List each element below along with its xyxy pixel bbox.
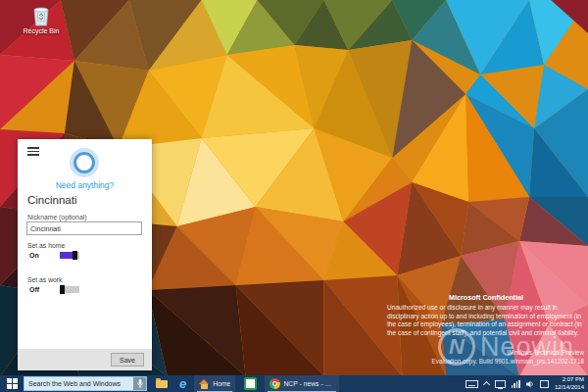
home-toggle[interactable] [60, 252, 79, 259]
work-toggle[interactable] [60, 286, 79, 293]
recycle-bin-shortcut[interactable]: Recycle Bin [14, 5, 69, 34]
confidential-title: Microsoft Confidential [387, 293, 585, 302]
recycle-bin-label: Recycle Bin [14, 27, 69, 34]
show-hidden-icons-icon[interactable] [483, 381, 490, 388]
assistant-panel: Need anything? Cincinnati Nickname (opti… [18, 139, 152, 370]
volume-icon[interactable] [526, 380, 534, 388]
panel-footer: Save [18, 349, 152, 370]
browser-window-label: NCP - news - drafts ... [283, 380, 334, 387]
build-watermark: Windows Technical Preview Evaluation cop… [432, 349, 585, 366]
toggle-fill [60, 252, 74, 259]
green-app-icon[interactable] [235, 375, 257, 392]
recycle-bin-icon [31, 5, 51, 26]
chrome-icon [270, 378, 280, 389]
taskbar: e Home NCP - news - drafts ... 2:07 PM 1… [0, 375, 588, 392]
file-explorer-icon[interactable] [147, 375, 168, 392]
microphone-icon[interactable] [133, 377, 146, 390]
clock-date: 12/14/2014 [555, 384, 584, 392]
home-window-label: Home [213, 380, 230, 387]
touch-keyboard-icon[interactable] [466, 380, 478, 388]
work-toggle-state: Off [29, 286, 39, 293]
desktop: Recycle Bin Microsoft Confidential Unaut… [0, 0, 588, 392]
toggle-thumb[interactable] [60, 285, 65, 294]
search-input[interactable] [24, 380, 133, 387]
internet-explorer-icon[interactable]: e [168, 375, 186, 392]
save-button[interactable]: Save [111, 353, 144, 367]
location-title: Cincinnati [27, 194, 77, 206]
set-as-work-label: Set as work [27, 276, 63, 283]
watermark-line2: Evaluation copy. Build 9901.winmain_prs.… [432, 358, 585, 367]
network-icon[interactable] [512, 380, 520, 388]
home-icon [199, 379, 210, 389]
toggle-thumb[interactable] [73, 251, 77, 260]
menu-icon[interactable] [27, 147, 39, 156]
home-toggle-state: On [29, 252, 39, 259]
browser-window-button[interactable]: NCP - news - drafts ... [265, 375, 339, 392]
windows-logo-icon [7, 378, 18, 389]
action-center-icon[interactable] [540, 380, 549, 388]
set-as-home-label: Set as home [27, 242, 65, 249]
system-tray: 2:07 PM 12/14/2014 [466, 376, 588, 392]
nickname-label: Nickname (optional) [27, 214, 86, 220]
start-button[interactable] [0, 375, 24, 392]
cortana-logo-icon [74, 152, 95, 173]
nickname-input[interactable] [26, 221, 142, 235]
clock[interactable]: 2:07 PM 12/14/2014 [555, 376, 584, 392]
home-window-button[interactable]: Home [194, 375, 235, 392]
assistant-greeting: Need anything? [18, 180, 152, 190]
display-icon[interactable] [495, 380, 506, 388]
clock-time: 2:07 PM [555, 376, 584, 384]
taskbar-search-box[interactable] [24, 376, 147, 391]
watermark-line1: Windows Technical Preview [432, 349, 585, 358]
